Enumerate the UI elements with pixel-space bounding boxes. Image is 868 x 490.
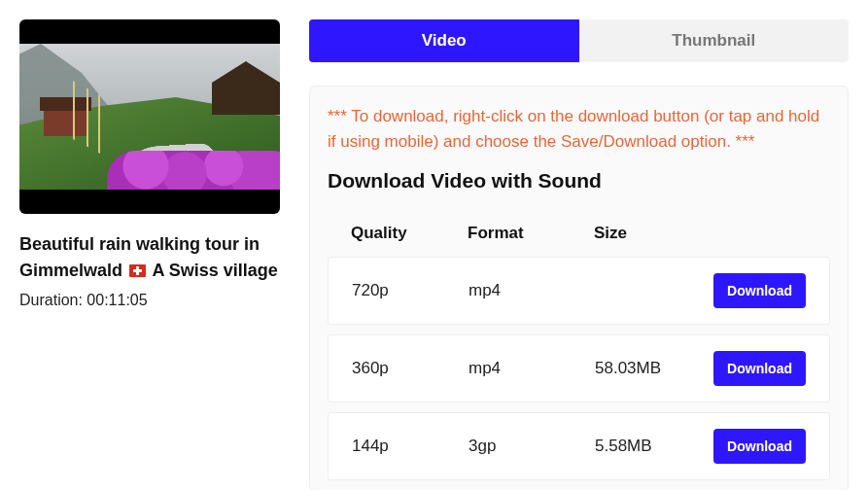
table-row: 720p mp4 Download bbox=[328, 257, 830, 325]
tab-video[interactable]: Video bbox=[309, 19, 579, 62]
video-thumbnail[interactable] bbox=[19, 19, 280, 214]
header-size: Size bbox=[594, 224, 700, 243]
tab-thumbnail[interactable]: Thumbnail bbox=[579, 19, 850, 62]
cell-size: 58.03MB bbox=[595, 359, 699, 378]
cell-format: mp4 bbox=[469, 359, 595, 378]
cell-size: 5.58MB bbox=[595, 437, 699, 456]
cell-quality: 360p bbox=[352, 359, 469, 378]
download-button[interactable]: Download bbox=[713, 429, 806, 464]
download-table: Quality Format Size 720p mp4 Download 36… bbox=[328, 210, 830, 480]
cell-format: 3gp bbox=[469, 437, 595, 456]
cell-format: mp4 bbox=[469, 281, 595, 300]
download-button[interactable]: Download bbox=[713, 273, 806, 308]
tabs: Video Thumbnail bbox=[309, 19, 849, 62]
table-row: 144p 3gp 5.58MB Download bbox=[328, 412, 830, 480]
video-duration: Duration: 00:11:05 bbox=[19, 292, 280, 309]
download-button[interactable]: Download bbox=[713, 351, 806, 386]
video-title-text-2: A Swiss village bbox=[148, 261, 278, 280]
header-format: Format bbox=[468, 224, 594, 243]
table-row: 360p mp4 58.03MB Download bbox=[328, 334, 830, 402]
cell-quality: 144p bbox=[352, 437, 469, 456]
download-notice: *** To download, right-click on the down… bbox=[328, 104, 830, 156]
header-quality: Quality bbox=[351, 224, 468, 243]
swiss-flag-icon bbox=[129, 264, 146, 277]
table-header: Quality Format Size bbox=[328, 210, 830, 257]
video-title: Beautiful rain walking tour in Gimmelwal… bbox=[19, 231, 280, 284]
download-panel: *** To download, right-click on the down… bbox=[309, 86, 849, 490]
section-title: Download Video with Sound bbox=[328, 169, 830, 192]
cell-quality: 720p bbox=[352, 281, 469, 300]
